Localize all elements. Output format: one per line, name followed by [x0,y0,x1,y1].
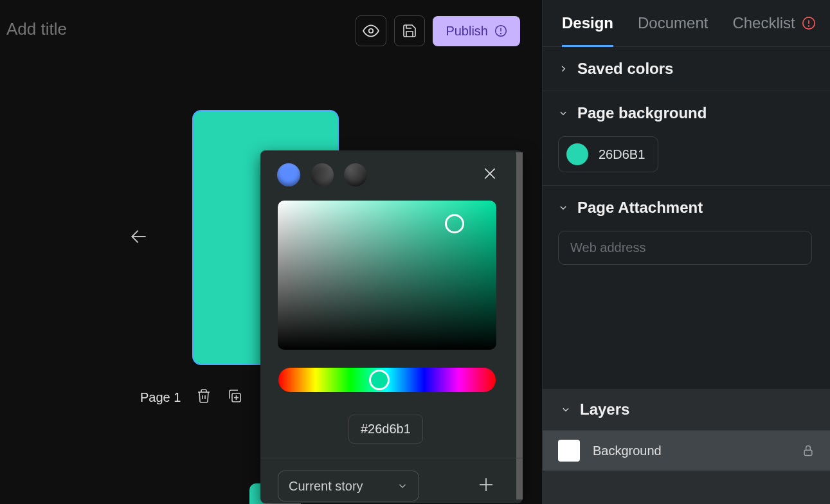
top-controls: Publish [356,15,520,46]
saturation-value-area[interactable] [278,201,496,350]
page-background-color-chip[interactable]: 26D6B1 [558,136,658,172]
checklist-warning-icon [802,16,816,30]
sv-cursor[interactable] [445,214,464,233]
svg-rect-15 [804,450,812,455]
hue-cursor[interactable] [369,370,390,390]
delete-page-button[interactable] [196,388,212,406]
picker-scrollbar[interactable] [516,152,523,500]
tab-checklist-label: Checklist [732,14,795,32]
picker-divider [260,458,523,458]
color-hex-label: 26D6B1 [599,147,645,162]
page-background-toggle[interactable]: Page background [558,104,812,122]
save-draft-button[interactable] [394,15,425,46]
section-page-background: Page background 26D6B1 [543,91,830,186]
radial-gradient-tab[interactable] [344,163,367,186]
duplicate-page-button[interactable] [227,388,242,406]
warning-icon [494,24,507,37]
hex-input[interactable]: #26d6b1 [348,415,423,444]
svg-point-3 [501,33,501,34]
layer-item-background[interactable]: Background [543,430,830,471]
layers-toggle[interactable]: Layers [543,389,830,430]
section-saved-colors: Saved colors [543,47,830,91]
tab-design[interactable]: Design [562,14,613,46]
page-attachment-toggle[interactable]: Page Attachment [558,199,812,217]
close-picker-button[interactable] [482,165,498,184]
chevron-down-icon [561,404,571,415]
add-color-button[interactable] [476,475,496,497]
saved-colors-toggle[interactable]: Saved colors [558,60,812,78]
page-number-label: Page 1 [140,390,181,405]
right-panel: Design Document Checklist Saved colors P… [542,0,830,504]
saved-colors-title: Saved colors [577,60,673,78]
color-picker-popover: #26d6b1 Current story [260,150,523,503]
story-scope-selector[interactable]: Current story [278,471,419,501]
layers-footer [543,471,830,504]
lock-icon [802,444,815,457]
page-attachment-title: Page Attachment [577,199,703,217]
preview-button[interactable] [356,15,386,46]
prev-page-arrow[interactable] [129,226,149,247]
section-layers: Layers Background [543,389,830,504]
eye-icon [363,22,379,39]
page-attachment-input[interactable] [558,231,812,265]
tab-checklist[interactable]: Checklist [732,14,815,46]
publish-label: Publish [446,24,488,39]
picker-mode-tabs [260,150,523,186]
page-controls: Page 1 [140,388,242,406]
trash-icon [196,388,212,404]
chevron-down-icon [558,108,568,118]
svg-point-14 [808,26,809,26]
chevron-right-icon [558,64,568,74]
svg-point-0 [369,29,374,33]
plus-icon [476,475,496,494]
layers-title: Layers [580,401,629,419]
save-icon [402,23,417,39]
linear-gradient-tab[interactable] [311,163,334,186]
layer-name-label: Background [593,444,789,458]
duplicate-icon [227,388,242,404]
panel-tabs: Design Document Checklist [543,0,830,47]
hue-slider[interactable] [278,368,496,392]
section-page-attachment: Page Attachment [543,186,830,278]
title-input[interactable] [6,19,199,39]
close-icon [482,165,498,182]
chevron-down-icon [397,480,408,492]
layer-thumbnail [558,440,580,462]
tab-document[interactable]: Document [638,14,708,46]
solid-color-tab[interactable] [277,163,300,186]
arrow-left-icon [129,226,149,247]
page-background-title: Page background [577,104,707,122]
chevron-down-icon [558,203,568,213]
color-swatch [566,143,588,165]
publish-button[interactable]: Publish [433,16,520,46]
story-selector-label: Current story [289,479,363,494]
